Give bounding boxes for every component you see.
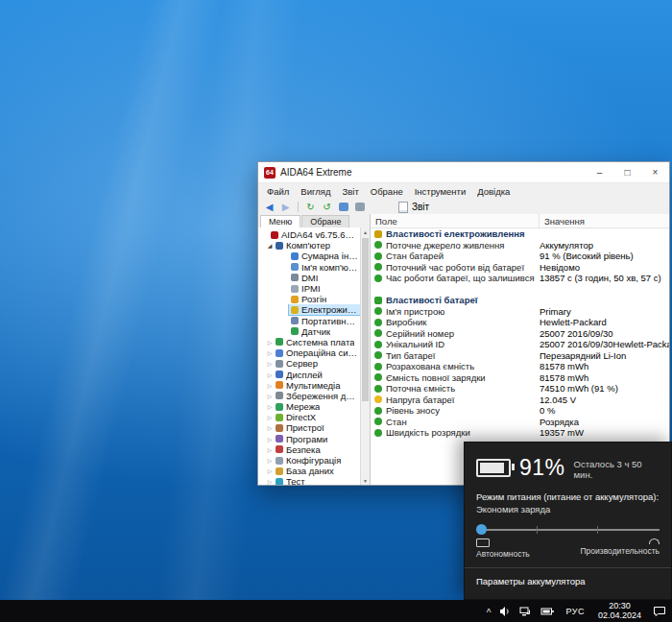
item-bullet-icon (374, 319, 382, 326)
tree-item[interactable]: IPMI (258, 283, 370, 294)
tree-item[interactable]: AIDA64 v6.75.6100 (258, 229, 370, 240)
tree-item[interactable]: ▷Тест (258, 476, 370, 485)
expand-arrow-icon[interactable]: ▷ (266, 403, 274, 410)
tree-item[interactable]: Розгін (258, 294, 370, 304)
tab-menu[interactable]: Меню (260, 215, 300, 227)
tree-item[interactable]: ▷Пристрої (258, 422, 370, 433)
expand-arrow-icon[interactable]: ▷ (266, 424, 274, 431)
menu-item[interactable]: Інструменти (409, 186, 472, 197)
table-row[interactable]: Поточна ємність74510 mWh (91 %) (371, 383, 669, 395)
tree-item[interactable]: ▷Збереження даних (258, 391, 370, 401)
clock[interactable]: 20:30 02.04.2024 (595, 602, 644, 620)
close-button[interactable]: × (641, 162, 669, 182)
slider-track[interactable] (476, 529, 660, 531)
tree-item[interactable]: ▷Дисплей (258, 369, 370, 379)
collapse-arrow-icon[interactable]: ◢ (266, 242, 274, 249)
slider-thumb[interactable] (476, 524, 487, 535)
table-row[interactable]: Поточний час роботи від батареїНевідомо (371, 262, 669, 274)
action-center-icon[interactable] (653, 606, 666, 617)
battery-settings-link[interactable]: Параметры аккумулятора (465, 568, 671, 594)
menu-item[interactable]: Вигляд (295, 186, 336, 197)
tree-node: Програми (274, 434, 329, 444)
tree-item[interactable]: ▷Системна плата (258, 337, 370, 347)
table-row[interactable]: Ім'я пристроюPrimary (371, 306, 669, 318)
table-row[interactable]: Напруга батареї12.045 V (371, 395, 669, 406)
report-wizard-icon[interactable] (336, 201, 350, 214)
menu-item[interactable]: Довідка (471, 186, 516, 197)
tree-item[interactable]: ▷Операційна система (258, 347, 370, 358)
tree-item[interactable]: ◢Комп'ютер (258, 240, 370, 251)
table-row[interactable]: Рівень зносу0 % (371, 405, 669, 417)
forward-icon[interactable]: ▶ (278, 201, 293, 214)
minimize-button[interactable]: – (586, 162, 613, 182)
tray-chevron-up-icon[interactable]: ^ (487, 608, 492, 618)
battery-flyout: 91% Осталось 3 ч 50 мин. Режим питания (… (464, 442, 672, 600)
back-icon[interactable]: ◀ (262, 201, 276, 214)
reload-icon[interactable]: ↺ (320, 201, 334, 214)
expand-arrow-icon[interactable]: ▷ (266, 446, 274, 453)
tree-item[interactable]: Електроживлення (258, 304, 370, 315)
table-row[interactable]: Швидкість розрядки19357 mW (371, 427, 669, 439)
column-header-value[interactable]: Значення (540, 214, 669, 227)
tree-item[interactable]: ▷База даних (258, 466, 370, 476)
tree-item[interactable]: ▷Сервер (258, 358, 370, 369)
column-header-field[interactable]: Поле (371, 214, 540, 227)
expand-arrow-icon[interactable]: ▷ (266, 382, 274, 389)
expand-arrow-icon[interactable]: ▷ (266, 478, 274, 485)
scroll-down-button[interactable]: ▼ (361, 476, 370, 485)
tree-item[interactable]: Ім'я комп'ютера (258, 262, 370, 273)
refresh-icon[interactable]: ↻ (303, 201, 318, 214)
table-row[interactable]: ВиробникHewlett-Packard (371, 317, 669, 328)
tree-item[interactable]: Датчик (258, 326, 370, 337)
menu-item[interactable]: Обране (365, 186, 409, 197)
tree-item[interactable]: Сумарна інформація (258, 251, 370, 261)
tree-scrollbar[interactable]: ▲ ▼ (360, 227, 370, 485)
battery-tray-icon[interactable] (540, 607, 555, 616)
scrollbar-thumb[interactable] (362, 238, 369, 401)
programs-icon (276, 435, 283, 443)
tree-item[interactable]: DMI (258, 273, 370, 283)
volume-icon[interactable] (499, 606, 511, 617)
language-indicator[interactable]: РУС (564, 607, 587, 616)
table-row[interactable]: Серійний номер25007 2016/09/30 (371, 328, 669, 340)
expand-arrow-icon[interactable]: ▷ (266, 371, 274, 378)
tree-item[interactable]: ▷Мультимедіа (258, 380, 370, 391)
expand-arrow-icon[interactable]: ▷ (266, 393, 274, 399)
expand-arrow-icon[interactable]: ▷ (266, 457, 274, 464)
title-bar[interactable]: 64 AIDA64 Extreme – □ × (258, 162, 669, 183)
item-bullet-icon (374, 275, 382, 282)
table-row[interactable]: Розрахована ємність81578 mWh (371, 361, 669, 372)
toolbar-separator (298, 202, 299, 212)
table-row[interactable]: Унікальний ID25007 2016/09/30Hewlett-Pac… (371, 339, 669, 350)
table-row[interactable]: Ємність повної зарядки81578 mWh (371, 372, 669, 384)
menu-item[interactable]: Файл (261, 186, 295, 197)
menu-item[interactable]: Звіт (337, 186, 365, 197)
expand-arrow-icon[interactable]: ▷ (266, 467, 274, 474)
table-row[interactable]: Стан батарей91 % (Високий рівень) (371, 251, 669, 262)
expand-arrow-icon[interactable]: ▷ (266, 360, 274, 367)
table-row[interactable]: Тип батареїПерезарядний Li-Ion (371, 350, 669, 362)
tree-item[interactable]: ▷Програми (258, 434, 370, 444)
tree-item[interactable]: ▷Конфігурація (258, 455, 370, 466)
tree-item[interactable]: ▷Мережа (258, 401, 370, 412)
scroll-up-button[interactable]: ▲ (361, 227, 370, 236)
tree-item[interactable]: ▷DirectX (258, 412, 370, 422)
tree-item[interactable]: ▷Безпека (258, 444, 370, 455)
power-slider[interactable] (476, 523, 660, 536)
field-label: Рівень зносу (386, 405, 440, 416)
expand-arrow-icon[interactable]: ▷ (266, 349, 274, 356)
ipmi-icon (291, 285, 299, 293)
field-label: Ім'я пристрою (386, 306, 444, 317)
tab-favorites[interactable]: Обране (301, 215, 349, 227)
table-row[interactable]: СтанРозрядка (371, 417, 669, 428)
table-row[interactable]: Поточне джерело живленняАккумулятор (371, 240, 669, 251)
maximize-button[interactable]: □ (613, 162, 641, 182)
report-button[interactable]: Звіт (394, 201, 434, 214)
expand-arrow-icon[interactable]: ▷ (266, 436, 274, 443)
preferences-icon[interactable] (352, 201, 367, 214)
expand-arrow-icon[interactable]: ▷ (266, 339, 274, 346)
network-icon[interactable] (519, 606, 532, 617)
table-row[interactable]: Час роботи батареї, що залишився13857 с … (371, 273, 669, 284)
tree-item[interactable]: Портативний комп'ютер (258, 316, 370, 326)
expand-arrow-icon[interactable]: ▷ (266, 414, 274, 420)
